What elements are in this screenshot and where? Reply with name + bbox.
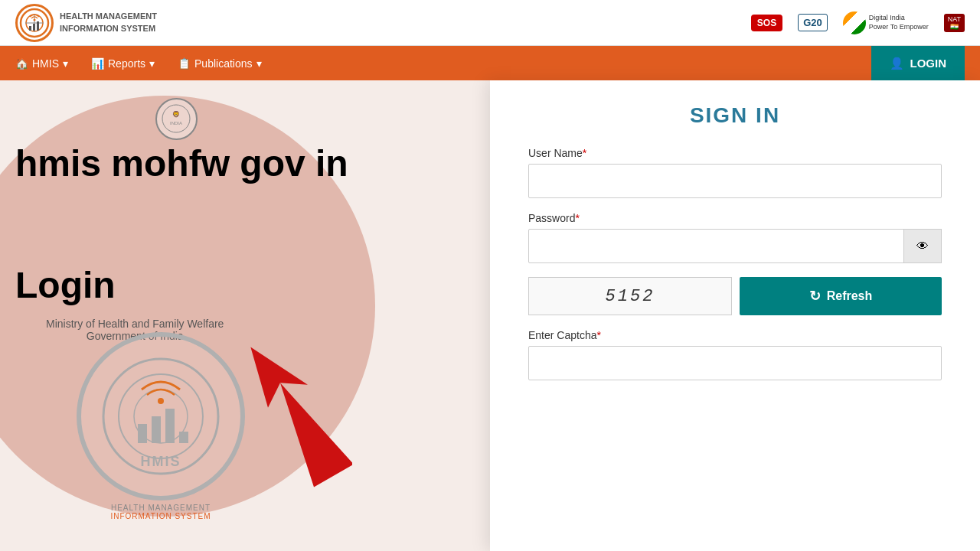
sign-in-title: SIGN IN [690, 103, 780, 128]
svg-rect-6 [33, 24, 35, 31]
nav-publications[interactable]: 📋 Publications ▾ [178, 57, 262, 70]
refresh-button[interactable]: ↻ Refresh [740, 277, 942, 315]
top-bar: HEALTH MANAGEMENT INFORMATION SYSTEM SOS… [0, 0, 980, 46]
svg-rect-7 [37, 21, 39, 31]
nav-hmis[interactable]: 🏠 HMIS ▾ [15, 57, 68, 70]
captcha-image: 5152 [528, 277, 732, 315]
chevron-down-icon: ▾ [256, 57, 262, 70]
username-input[interactable] [528, 164, 942, 198]
password-wrapper: 👁 [528, 229, 942, 263]
enter-captcha-group: Enter Captcha* [528, 329, 942, 380]
svg-rect-18 [165, 409, 175, 443]
main-content: 🦁 INDIA hmis mohfw gov in Login Ministry… [0, 80, 980, 551]
svg-rect-19 [179, 432, 188, 443]
di-text: Digital IndiaPower To Empower [869, 14, 929, 31]
svg-rect-17 [152, 416, 161, 443]
svg-rect-5 [29, 26, 31, 31]
reports-icon: 📊 [91, 57, 104, 70]
logo-circle [15, 4, 54, 42]
hmis-logo: HEALTH MANAGEMENT INFORMATION SYSTEM [15, 4, 157, 42]
captcha-row: 5152 ↻ Refresh [528, 277, 942, 315]
refresh-icon: ↻ [809, 288, 821, 305]
login-button[interactable]: 👤 LOGIN [871, 46, 965, 80]
svg-text:INDIA: INDIA [170, 121, 182, 126]
svg-rect-16 [138, 424, 147, 443]
password-label: Password* [528, 212, 942, 224]
password-input[interactable] [528, 229, 942, 263]
national-icon: NAT🇮🇳 [944, 14, 965, 32]
g20-icon: G20 [798, 14, 828, 31]
publications-icon: 📋 [178, 57, 191, 70]
username-group: User Name* [528, 147, 942, 198]
toggle-password-button[interactable]: 👁 [903, 229, 942, 263]
digital-india-icon: Digital IndiaPower To Empower [843, 11, 929, 34]
enter-captcha-input[interactable] [528, 346, 942, 380]
govt-emblem: 🦁 INDIA [153, 96, 199, 142]
eye-icon: 👁 [916, 240, 929, 253]
hmis-subtitle2: INFORMATION SYSTEM [110, 512, 211, 520]
svg-point-4 [34, 18, 36, 21]
chevron-down-icon: ▾ [63, 57, 68, 70]
nav-reports[interactable]: 📊 Reports ▾ [91, 57, 155, 70]
overlay-subheading: Login [15, 264, 116, 306]
logo-text: HEALTH MANAGEMENT INFORMATION SYSTEM [60, 11, 157, 34]
red-arrow [199, 344, 352, 513]
home-icon: 🏠 [15, 57, 28, 70]
emblem-circle: 🦁 INDIA [155, 98, 198, 140]
enter-captcha-label: Enter Captcha* [528, 329, 942, 341]
svg-text:🦁: 🦁 [172, 110, 180, 118]
logo-area: HEALTH MANAGEMENT INFORMATION SYSTEM [15, 4, 157, 42]
login-form-panel: SIGN IN User Name* Password* 👁 5152 [490, 80, 980, 551]
overlay-heading: hmis mohfw gov in [15, 142, 348, 186]
nav-bar: 🏠 HMIS ▾ 📊 Reports ▾ 📋 Publications ▾ 👤 … [0, 46, 980, 80]
top-icons: SOS G20 Digital IndiaPower To Empower NA… [751, 11, 965, 34]
svg-point-15 [158, 398, 164, 404]
nav-left: 🏠 HMIS ▾ 📊 Reports ▾ 📋 Publications ▾ [15, 57, 262, 70]
password-group: Password* 👁 [528, 212, 942, 263]
sos-icon: SOS [751, 15, 782, 31]
svg-point-8 [162, 105, 190, 132]
username-label: User Name* [528, 147, 942, 159]
user-icon: 👤 [890, 57, 904, 70]
di-circle [843, 11, 866, 34]
svg-marker-11 [237, 344, 352, 487]
left-panel: 🦁 INDIA hmis mohfw gov in Login Ministry… [0, 80, 490, 551]
hmis-subtitle1: HEALTH MANAGEMENT [111, 504, 211, 512]
svg-text:HMIS: HMIS [141, 454, 181, 469]
chevron-down-icon: ▾ [149, 57, 155, 70]
